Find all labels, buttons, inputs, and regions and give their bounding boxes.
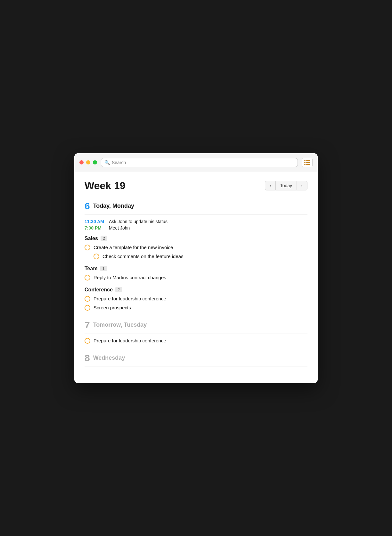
group-header-conference: Conference 2	[85, 287, 307, 293]
search-bar[interactable]: 🔍	[101, 158, 298, 167]
group-name-sales: Sales	[85, 236, 98, 241]
nav-controls: ‹ Today ›	[265, 181, 307, 190]
task-feature-comments[interactable]: Check comments on the feature ideas	[94, 254, 307, 259]
svg-rect-0	[304, 160, 306, 161]
day-header-wednesday: 8 Wednesday	[85, 353, 307, 366]
day-header-monday: 6 Today, Monday	[85, 201, 307, 214]
app-window: 🔍 Week 19 ‹ Today ›	[74, 153, 318, 383]
close-button[interactable]	[79, 160, 84, 164]
task-circle	[85, 305, 90, 311]
group-name-conference: Conference	[85, 287, 113, 293]
search-icon: 🔍	[104, 160, 110, 165]
task-text: Create a template for the new invoice	[94, 245, 173, 250]
day-label-wednesday: Wednesday	[93, 355, 125, 361]
task-circle	[85, 245, 90, 250]
svg-rect-3	[306, 162, 310, 163]
titlebar: 🔍	[74, 153, 318, 172]
svg-rect-1	[306, 160, 310, 161]
task-text: Prepare for leadership conference	[94, 296, 166, 301]
task-leadership-conference-mon[interactable]: Prepare for leadership conference	[85, 296, 307, 302]
main-content: Week 19 ‹ Today › 6 Today, Monday 11:30 …	[74, 172, 318, 383]
group-count-team: 1	[100, 266, 107, 271]
group-count-conference: 2	[115, 287, 122, 292]
task-invoice-template[interactable]: Create a template for the new invoice	[85, 245, 307, 250]
day-section-wednesday: 8 Wednesday	[85, 353, 307, 366]
svg-rect-4	[304, 164, 306, 165]
task-circle	[85, 338, 90, 344]
timed-events-monday: 11:30 AM Ask John to update his status 7…	[85, 219, 307, 230]
next-week-button[interactable]: ›	[297, 181, 307, 190]
timed-event-1130: 11:30 AM Ask John to update his status	[85, 219, 307, 224]
group-header-team: Team 1	[85, 266, 307, 272]
event-title-meet-john: Meet John	[109, 225, 130, 230]
task-text: Prepare for leadership conference	[94, 338, 166, 343]
day-section-monday: 6 Today, Monday 11:30 AM Ask John to upd…	[85, 201, 307, 311]
task-text: Screen prospects	[94, 305, 131, 310]
task-text: Check comments on the feature ideas	[102, 254, 184, 259]
svg-rect-5	[306, 164, 310, 165]
minimize-button[interactable]	[86, 160, 90, 164]
group-team: Team 1 Reply to Martins contract changes	[85, 266, 307, 281]
week-header: Week 19 ‹ Today ›	[85, 180, 307, 192]
task-circle	[94, 254, 99, 259]
day-section-tuesday: 7 Tomorrow, Tuesday Prepare for leadersh…	[85, 320, 307, 344]
event-title-john-status: Ask John to update his status	[109, 219, 167, 224]
group-count-sales: 2	[101, 236, 107, 241]
list-icon	[304, 160, 310, 165]
event-time-1130: 11:30 AM	[85, 219, 107, 224]
task-leadership-conference-tue[interactable]: Prepare for leadership conference	[85, 338, 307, 344]
traffic-lights	[79, 160, 97, 164]
day-number-7: 7	[85, 320, 90, 331]
day-number-8: 8	[85, 353, 90, 364]
task-text: Reply to Martins contract changes	[94, 275, 166, 280]
prev-week-button[interactable]: ‹	[265, 181, 276, 190]
group-name-team: Team	[85, 266, 98, 272]
task-martins-contract[interactable]: Reply to Martins contract changes	[85, 275, 307, 281]
task-circle	[85, 296, 90, 302]
timed-event-700pm: 7:00 PM Meet John	[85, 225, 307, 230]
group-conference: Conference 2 Prepare for leadership conf…	[85, 287, 307, 311]
maximize-button[interactable]	[93, 160, 97, 164]
day-number-6: 6	[85, 201, 90, 212]
group-sales: Sales 2 Create a template for the new in…	[85, 236, 307, 259]
event-time-700pm: 7:00 PM	[85, 225, 107, 230]
day-label-tuesday: Tomorrow, Tuesday	[93, 322, 147, 328]
search-input[interactable]	[112, 160, 294, 165]
day-label-monday: Today, Monday	[93, 203, 134, 209]
group-header-sales: Sales 2	[85, 236, 307, 241]
week-title: Week 19	[85, 180, 126, 192]
task-circle	[85, 275, 90, 281]
svg-rect-2	[304, 162, 306, 163]
day-header-tuesday: 7 Tomorrow, Tuesday	[85, 320, 307, 333]
today-button[interactable]: Today	[276, 181, 297, 190]
list-view-button[interactable]	[302, 158, 313, 167]
task-screen-prospects[interactable]: Screen prospects	[85, 305, 307, 311]
